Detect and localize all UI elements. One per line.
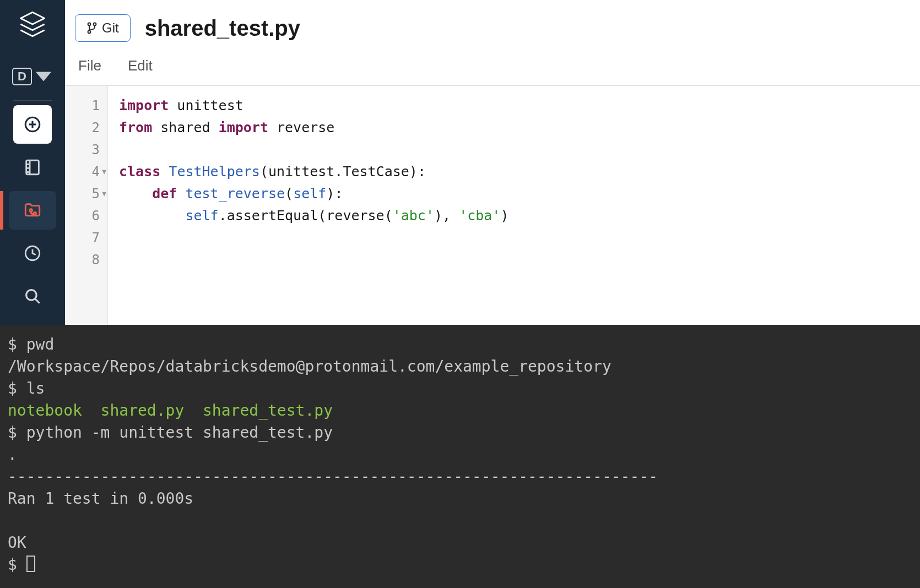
fold-arrow-icon[interactable]: ▼ bbox=[102, 183, 106, 205]
git-button[interactable]: Git bbox=[75, 14, 131, 42]
create-button[interactable] bbox=[13, 105, 52, 144]
menu-edit[interactable]: Edit bbox=[128, 57, 153, 74]
left-sidebar: D bbox=[0, 0, 65, 325]
line-number: 2 bbox=[65, 117, 100, 139]
svg-point-13 bbox=[88, 23, 91, 26]
code-editor[interactable]: 1 2 3 4 ▼ 5 ▼ 6 7 8 import unittest from… bbox=[65, 86, 920, 325]
fold-arrow-icon[interactable]: ▼ bbox=[102, 161, 106, 183]
line-number: 8 bbox=[65, 249, 100, 271]
workspace-button[interactable] bbox=[9, 148, 56, 187]
svg-point-8 bbox=[30, 209, 33, 212]
line-number: 6 bbox=[65, 205, 100, 227]
code-content[interactable]: import unittest from shared import rever… bbox=[108, 86, 920, 325]
databricks-logo-icon[interactable] bbox=[18, 10, 47, 39]
line-number: 3 bbox=[65, 139, 100, 161]
line-number: 1 bbox=[65, 95, 100, 117]
git-branch-icon bbox=[86, 21, 98, 35]
line-number: 5 ▼ bbox=[65, 183, 100, 205]
main-content: Git shared_test.py File Edit 1 2 3 4 ▼ 5… bbox=[65, 0, 920, 325]
workspace-selector[interactable]: D bbox=[9, 57, 56, 96]
ls-output: notebook shared.py shared_test.py bbox=[8, 401, 333, 420]
svg-point-11 bbox=[26, 290, 36, 300]
menu-file[interactable]: File bbox=[78, 57, 101, 74]
svg-line-12 bbox=[35, 299, 40, 303]
terminal-cursor bbox=[26, 556, 35, 572]
search-button[interactable] bbox=[9, 277, 56, 315]
repos-button[interactable] bbox=[9, 191, 56, 230]
terminal-panel[interactable]: $ pwd /Workspace/Repos/databricksdemo@pr… bbox=[0, 325, 920, 588]
svg-point-9 bbox=[34, 212, 36, 215]
git-button-label: Git bbox=[102, 20, 119, 36]
recents-button[interactable] bbox=[9, 234, 56, 273]
upper-pane: D bbox=[0, 0, 920, 325]
line-number: 7 bbox=[65, 227, 100, 249]
sidebar-divider bbox=[13, 100, 52, 101]
svg-point-15 bbox=[88, 31, 91, 34]
file-title: shared_test.py bbox=[145, 16, 300, 41]
line-gutter: 1 2 3 4 ▼ 5 ▼ 6 7 8 bbox=[65, 86, 108, 325]
line-number: 4 ▼ bbox=[65, 161, 100, 183]
workspace-d-icon: D bbox=[12, 67, 53, 86]
file-header: Git shared_test.py bbox=[65, 0, 920, 47]
menu-bar: File Edit bbox=[65, 47, 920, 86]
svg-point-14 bbox=[94, 23, 96, 26]
